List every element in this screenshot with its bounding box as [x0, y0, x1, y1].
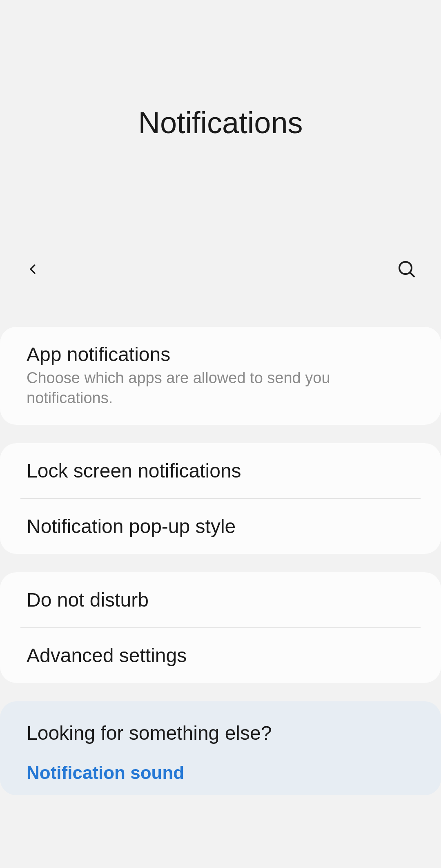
list-item-notification-popup-style[interactable]: Notification pop-up style [0, 499, 441, 554]
back-button[interactable] [20, 257, 45, 283]
chevron-left-icon [24, 261, 41, 279]
svg-line-1 [410, 272, 414, 277]
list-item-app-notifications[interactable]: App notifications Choose which apps are … [0, 327, 441, 425]
list-item-title: Advanced settings [27, 644, 414, 667]
info-link-notification-sound[interactable]: Notification sound [27, 763, 414, 783]
page-title: Notifications [138, 105, 303, 140]
list-item-do-not-disturb[interactable]: Do not disturb [0, 572, 441, 627]
list-item-title: App notifications [27, 343, 414, 366]
list-item-advanced-settings[interactable]: Advanced settings [0, 628, 441, 683]
header-area: Notifications [0, 0, 441, 245]
list-item-subtitle: Choose which apps are allowed to send yo… [27, 368, 414, 408]
card-settings-group: Do not disturb Advanced settings [0, 572, 441, 683]
info-card: Looking for something else? Notification… [0, 701, 441, 795]
content: App notifications Choose which apps are … [0, 327, 441, 795]
list-item-lock-screen-notifications[interactable]: Lock screen notifications [0, 443, 441, 498]
search-icon [397, 259, 416, 280]
info-title: Looking for something else? [27, 722, 414, 744]
search-button[interactable] [393, 255, 421, 284]
list-item-title: Notification pop-up style [27, 515, 414, 538]
toolbar [0, 245, 441, 294]
card-app-notifications: App notifications Choose which apps are … [0, 327, 441, 425]
list-item-title: Lock screen notifications [27, 460, 414, 482]
card-display-group: Lock screen notifications Notification p… [0, 443, 441, 554]
list-item-title: Do not disturb [27, 589, 414, 611]
